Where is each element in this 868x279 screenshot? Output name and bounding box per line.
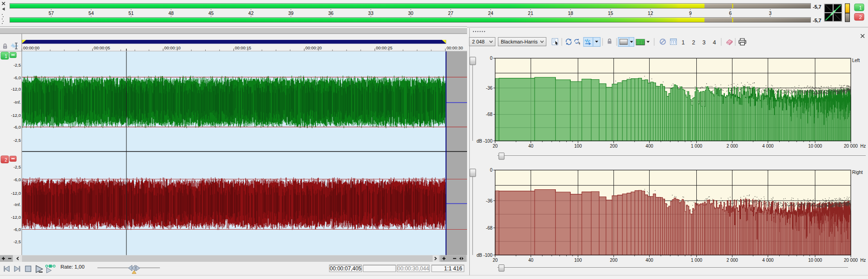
svg-text:-Inf.: -Inf. [14, 100, 21, 105]
svg-text:10 000: 10 000 [808, 258, 822, 263]
svg-text:Blackman-Harris: Blackman-Harris [501, 39, 538, 44]
svg-text:400: 400 [646, 144, 653, 149]
svg-text:36: 36 [328, 10, 333, 16]
svg-text:24: 24 [488, 10, 493, 16]
svg-text:dB -100: dB -100 [477, 139, 492, 144]
svg-text:100: 100 [574, 144, 582, 149]
svg-text:2: 2 [692, 39, 695, 46]
svg-text:6: 6 [729, 10, 732, 16]
svg-text:33: 33 [368, 10, 374, 16]
svg-text:Hz: Hz [860, 144, 866, 149]
svg-text:10 000: 10 000 [808, 144, 822, 149]
svg-text:400: 400 [646, 258, 653, 263]
svg-text:18: 18 [568, 10, 573, 16]
svg-text:27: 27 [448, 10, 453, 16]
svg-text:1:1 416: 1:1 416 [444, 265, 462, 272]
svg-text:00:00:20: 00:00:20 [305, 46, 322, 50]
svg-text:00:00:00: 00:00:00 [23, 46, 39, 50]
svg-text:48: 48 [169, 10, 174, 16]
svg-text:00:00:25: 00:00:25 [376, 46, 392, 50]
svg-text:1: 1 [682, 39, 685, 46]
svg-text:-2,5: -2,5 [14, 138, 21, 143]
svg-text:0: 0 [490, 168, 492, 173]
svg-text:-6,0: -6,0 [14, 125, 21, 130]
svg-text:00:00:05: 00:00:05 [94, 46, 110, 50]
svg-text:-2,5: -2,5 [14, 63, 21, 67]
svg-text:-12,0: -12,0 [11, 113, 21, 118]
svg-text:1: 1 [859, 5, 862, 10]
svg-text:40: 40 [528, 144, 534, 149]
svg-text:2 000: 2 000 [727, 144, 738, 149]
svg-text:-6,0: -6,0 [14, 177, 21, 182]
svg-text:2: 2 [859, 14, 862, 20]
svg-text:dB -100: dB -100 [477, 253, 492, 258]
svg-text:00:00:15: 00:00:15 [235, 46, 251, 50]
svg-text:Right: Right [852, 170, 863, 175]
svg-text:57: 57 [48, 10, 54, 16]
svg-text:-12,0: -12,0 [11, 215, 21, 220]
svg-text:40: 40 [528, 258, 534, 263]
svg-text:-5,7: -5,7 [813, 4, 821, 10]
svg-text:2 048: 2 048 [472, 39, 485, 44]
svg-text:51: 51 [129, 10, 134, 16]
svg-text:-2,5: -2,5 [14, 164, 21, 169]
svg-text:9: 9 [689, 10, 692, 16]
svg-text:200: 200 [610, 144, 617, 149]
svg-text:-6,0: -6,0 [14, 227, 21, 232]
svg-text:-36: -36 [486, 86, 493, 91]
svg-text:0: 0 [490, 56, 492, 61]
svg-text:20 000: 20 000 [844, 144, 858, 149]
svg-text:1 000: 1 000 [691, 144, 702, 149]
svg-text:20: 20 [492, 258, 498, 263]
svg-text:30: 30 [408, 10, 414, 16]
svg-text:1 000: 1 000 [691, 258, 702, 263]
svg-text:54: 54 [88, 10, 94, 16]
svg-text:1: 1 [5, 53, 7, 59]
svg-text:00:00:30,044: 00:00:30,044 [397, 265, 429, 272]
svg-text:-12,0: -12,0 [11, 191, 21, 196]
svg-text:42: 42 [248, 10, 254, 16]
svg-text:00:00:10: 00:00:10 [164, 46, 181, 50]
svg-text:15: 15 [608, 10, 613, 16]
svg-text:-2,5: -2,5 [14, 239, 21, 244]
svg-text:-6,0: -6,0 [14, 75, 21, 80]
svg-text:Hz: Hz [860, 258, 866, 263]
svg-text:4 000: 4 000 [762, 258, 774, 263]
svg-text:-68: -68 [486, 112, 493, 117]
svg-text:00:00:30: 00:00:30 [447, 46, 463, 50]
svg-text:4: 4 [713, 39, 716, 46]
svg-text:20 000: 20 000 [844, 258, 858, 263]
svg-text:-5,7: -5,7 [813, 18, 821, 23]
svg-text:39: 39 [288, 10, 294, 16]
svg-text:45: 45 [208, 10, 214, 16]
svg-text:Left: Left [852, 58, 860, 63]
svg-text:2 000: 2 000 [727, 258, 738, 263]
svg-text:2: 2 [5, 157, 7, 163]
svg-text:-68: -68 [486, 226, 493, 231]
svg-text:-12,0: -12,0 [11, 87, 21, 91]
svg-text:20: 20 [492, 144, 498, 149]
svg-text:3: 3 [769, 10, 772, 16]
svg-text:-Inf.: -Inf. [14, 202, 21, 207]
svg-text:100: 100 [574, 258, 582, 263]
svg-text:21: 21 [528, 10, 533, 16]
svg-text:00:00:07,405: 00:00:07,405 [330, 265, 362, 272]
svg-text:4 000: 4 000 [762, 144, 774, 149]
svg-text:-36: -36 [486, 198, 493, 203]
svg-text:3: 3 [703, 39, 706, 46]
svg-text:Rate: 1,00: Rate: 1,00 [61, 264, 85, 269]
svg-text:200: 200 [610, 258, 617, 263]
svg-text:12: 12 [648, 10, 653, 16]
